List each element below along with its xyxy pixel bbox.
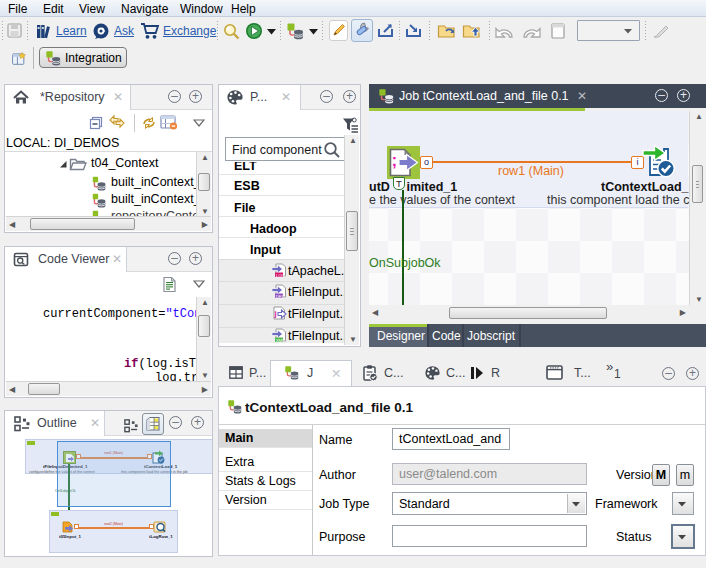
svg-text:DEL: DEL (276, 294, 285, 299)
svg-text:LOG: LOG (276, 273, 286, 278)
svg-text:XML: XML (276, 338, 286, 343)
svg-text:j: j (273, 309, 276, 318)
svg-text:;: ; (392, 151, 398, 170)
